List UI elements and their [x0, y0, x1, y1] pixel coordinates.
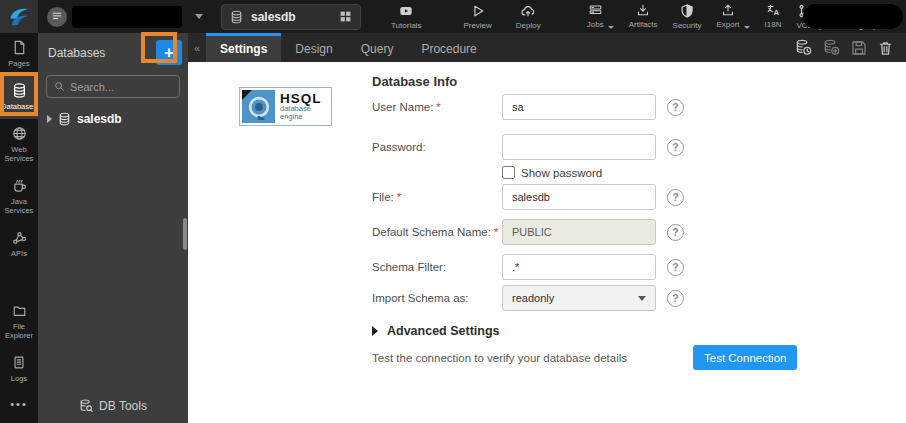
delete-trash-icon[interactable]: [878, 40, 893, 56]
jobs-chevron-down-icon[interactable]: [608, 26, 614, 29]
show-password-option[interactable]: Show password: [502, 166, 602, 179]
export-button[interactable]: Export: [716, 4, 739, 29]
project-avatar[interactable]: [47, 7, 67, 27]
export-chevron-down-icon[interactable]: [744, 26, 750, 29]
tab-design[interactable]: Design: [281, 33, 346, 62]
databases-icon: [12, 83, 27, 98]
redacted-user-info: [803, 4, 903, 29]
sidebar-item-databases[interactable]: Databases: [0, 76, 38, 119]
left-sidebar: Pages Databases Web Services Java Servic…: [0, 33, 38, 423]
default-schema-input: [502, 219, 656, 245]
advanced-settings-toggle[interactable]: Advanced Settings: [372, 324, 500, 338]
import-schema-help-icon[interactable]: ?: [667, 290, 684, 307]
pages-icon: [12, 40, 27, 55]
file-label: File:*: [372, 191, 502, 203]
tree-item-label: salesdb: [77, 112, 122, 126]
file-explorer-label: File Explorer: [1, 322, 37, 340]
password-input[interactable]: [502, 134, 656, 160]
sidebar-item-web-services[interactable]: Web Services: [0, 119, 38, 171]
import-schema-select[interactable]: readonly: [502, 285, 656, 311]
hsql-logo-mark: [242, 90, 275, 123]
pages-label: Pages: [8, 59, 29, 68]
add-database-copy-icon[interactable]: [823, 39, 840, 56]
tutorials-button[interactable]: Tutorials: [391, 4, 421, 30]
artifacts-label: Artifacts: [629, 21, 658, 29]
preview-button[interactable]: Preview: [463, 4, 491, 30]
reimport-database-icon[interactable]: [795, 39, 812, 56]
file-input[interactable]: [502, 184, 656, 210]
hsql-subtitle-2: engine: [280, 113, 322, 121]
databases-panel-header: Databases +: [38, 33, 188, 71]
database-icon: [58, 112, 71, 126]
import-schema-value: readonly: [512, 292, 554, 304]
project-notes-icon: [51, 11, 63, 23]
settings-content: HSQL database engine Database Info User …: [188, 62, 906, 423]
sidebar-item-logs[interactable]: Logs: [0, 348, 38, 391]
password-label: Password:: [372, 141, 502, 153]
project-chevron-down-icon[interactable]: [195, 14, 203, 19]
artifacts-button[interactable]: Artifacts: [629, 4, 658, 29]
security-label: Security: [673, 22, 702, 30]
export-label: Export: [716, 21, 739, 29]
logs-icon: [12, 355, 26, 370]
apis-nodes-icon: [12, 230, 27, 245]
show-password-checkbox[interactable]: [502, 166, 515, 179]
sidebar-more-icon[interactable]: •••: [0, 391, 38, 423]
panel-scrollbar-thumb[interactable]: [183, 218, 187, 250]
advanced-settings-label: Advanced Settings: [387, 324, 500, 338]
jobs-label: Jobs: [587, 21, 604, 29]
jobs-button[interactable]: Jobs: [587, 4, 604, 29]
databases-label: Databases: [1, 102, 37, 111]
schema-filter-input[interactable]: [502, 254, 656, 280]
file-help-icon[interactable]: ?: [667, 189, 684, 206]
field-row-file: File:* ?: [372, 184, 684, 210]
web-services-label: Web Services: [1, 145, 37, 163]
tutorials-video-icon: [398, 4, 414, 18]
database-search-input[interactable]: [70, 81, 172, 93]
schema-filter-help-icon[interactable]: ?: [667, 259, 684, 276]
deploy-button[interactable]: Deploy: [516, 4, 541, 30]
current-database-pill[interactable]: salesdb: [221, 4, 361, 30]
tree-item-salesdb[interactable]: salesdb: [38, 106, 188, 132]
add-database-button[interactable]: +: [156, 40, 182, 65]
collapse-panel-icon[interactable]: «: [188, 33, 206, 62]
logs-label: Logs: [11, 374, 27, 383]
db-tools-button[interactable]: DB Tools: [38, 399, 188, 413]
top-bar: salesdb Tutorials Preview Deploy: [0, 0, 906, 33]
app-logo[interactable]: [0, 0, 38, 33]
default-schema-help-icon[interactable]: ?: [667, 224, 684, 241]
security-shield-icon: [680, 4, 694, 18]
sidebar-item-pages[interactable]: Pages: [0, 33, 38, 76]
apis-label: APIs: [11, 249, 27, 258]
deploy-label: Deploy: [516, 22, 541, 30]
expand-caret-icon[interactable]: [47, 115, 52, 123]
i18n-translate-icon: A: [766, 4, 781, 17]
schema-filter-label: Schema Filter:: [372, 261, 502, 273]
current-database-name: salesdb: [251, 10, 339, 24]
test-connection-hint: Test the connection to verify your datab…: [372, 352, 627, 364]
sidebar-item-java-services[interactable]: Java Services: [0, 171, 38, 223]
tab-settings[interactable]: Settings: [206, 33, 281, 62]
more-dots-label: •••: [10, 398, 28, 411]
username-help-icon[interactable]: ?: [667, 99, 684, 116]
password-help-icon[interactable]: ?: [667, 139, 684, 156]
field-row-schema-filter: Schema Filter: ?: [372, 254, 684, 280]
tab-actions: [795, 33, 906, 62]
sidebar-item-apis[interactable]: APIs: [0, 223, 38, 266]
save-icon[interactable]: [851, 40, 867, 56]
tab-query[interactable]: Query: [347, 33, 408, 62]
i18n-button[interactable]: A I18N: [765, 4, 782, 29]
test-connection-button[interactable]: Test Connection: [693, 345, 797, 370]
main-area: « Settings Design Query Procedure: [188, 33, 906, 423]
deploy-cloud-icon: [520, 4, 536, 18]
grid-icon[interactable]: [339, 10, 352, 23]
username-input[interactable]: [502, 94, 656, 120]
sidebar-item-file-explorer[interactable]: File Explorer: [0, 297, 38, 348]
tab-procedure[interactable]: Procedure: [407, 33, 490, 62]
security-button[interactable]: Security: [673, 4, 702, 30]
show-password-label: Show password: [521, 167, 602, 179]
database-search-box[interactable]: [46, 75, 180, 98]
database-icon: [230, 10, 243, 24]
field-row-default-schema: Default Schema Name:* ?: [372, 219, 684, 245]
hsql-logo: HSQL database engine: [239, 87, 332, 126]
